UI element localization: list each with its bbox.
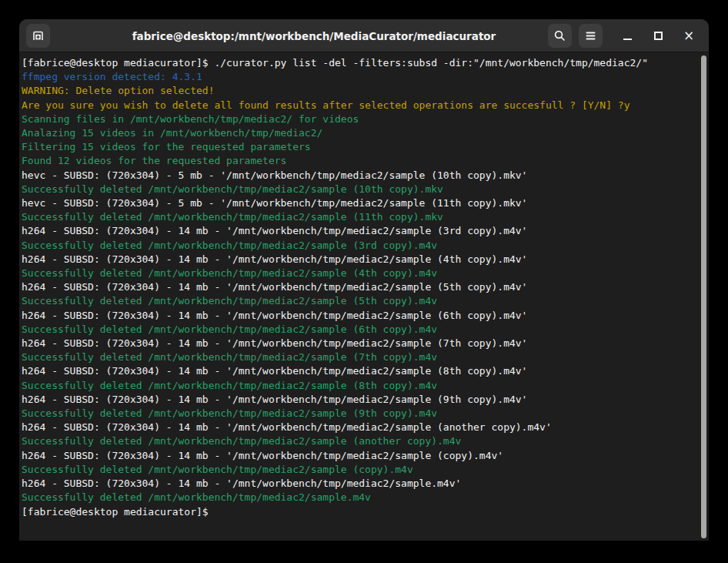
terminal-line: h264 - SUBSD: (720x304) - 14 mb - '/mnt/… [22, 337, 698, 350]
minimize-button[interactable] [616, 24, 639, 48]
terminal-line: Successfully deleted /mnt/workbench/tmp/… [22, 407, 698, 421]
terminal-line: Are you sure you wish to delete all foun… [22, 99, 698, 112]
terminal-screen[interactable]: [fabrice@desktop mediacurator]$ ./curato… [19, 53, 709, 541]
scrollbar-thumb[interactable] [701, 55, 706, 538]
terminal-line: h264 - SUBSD: (720x304) - 14 mb - '/mnt/… [22, 280, 698, 294]
new-tab-button[interactable] [26, 24, 50, 48]
terminal-line: Successfully deleted /mnt/workbench/tmp/… [22, 434, 698, 448]
tab-new-icon [32, 29, 45, 42]
terminal-line: Successfully deleted /mnt/workbench/tmp/… [22, 463, 698, 477]
terminal-line: Found 12 videos for the requested parame… [22, 154, 698, 168]
terminal-line: ffmpeg version detected: 4.3.1 [22, 70, 698, 84]
search-icon [553, 29, 566, 42]
terminal-line: Successfully deleted /mnt/workbench/tmp/… [22, 350, 698, 364]
titlebar[interactable]: fabrice@desktop:/mnt/workbench/MediaCura… [19, 19, 709, 52]
hamburger-menu-icon [585, 31, 596, 41]
menu-button[interactable] [579, 24, 603, 48]
terminal-line: Filtering 15 videos for the requested pa… [22, 140, 698, 154]
terminal-line: Successfully deleted /mnt/workbench/tmp/… [22, 210, 698, 224]
terminal-line: h264 - SUBSD: (720x304) - 14 mb - '/mnt/… [22, 477, 698, 491]
terminal-line: Successfully deleted /mnt/workbench/tmp/… [22, 266, 698, 280]
terminal-line: Analazing 15 videos in /mnt/workbench/tm… [22, 126, 698, 140]
terminal-line: h264 - SUBSD: (720x304) - 14 mb - '/mnt/… [22, 449, 698, 463]
window-title: fabrice@desktop:/mnt/workbench/MediaCura… [112, 19, 516, 52]
terminal-line: [fabrice@desktop mediacurator]$ ./curato… [22, 56, 698, 70]
terminal-line: h264 - SUBSD: (720x304) - 14 mb - '/mnt/… [22, 253, 698, 266]
terminal-line: Successfully deleted /mnt/workbench/tmp/… [22, 323, 698, 337]
maximize-button[interactable] [646, 24, 670, 48]
search-button[interactable] [548, 24, 572, 48]
terminal-line: Successfully deleted /mnt/workbench/tmp/… [22, 239, 698, 253]
close-button[interactable]: × [677, 24, 700, 48]
maximize-icon [654, 32, 663, 40]
terminal-line: h264 - SUBSD: (720x304) - 14 mb - '/mnt/… [22, 393, 698, 407]
terminal-window: fabrice@desktop:/mnt/workbench/MediaCura… [19, 19, 709, 541]
minimize-icon [623, 39, 632, 40]
terminal-line: [fabrice@desktop mediacurator]$ [22, 505, 698, 519]
close-icon: × [683, 29, 694, 42]
terminal-line: Successfully deleted /mnt/workbench/tmp/… [22, 379, 698, 393]
terminal-line: Successfully deleted /mnt/workbench/tmp/… [22, 183, 698, 196]
terminal-line: WARNING: Delete option selected! [22, 84, 698, 98]
terminal-output: [fabrice@desktop mediacurator]$ ./curato… [22, 56, 698, 519]
terminal-line: hevc - SUBSD: (720x304) - 5 mb - '/mnt/w… [22, 196, 698, 210]
terminal-line: h264 - SUBSD: (720x304) - 14 mb - '/mnt/… [22, 421, 698, 434]
terminal-line: h264 - SUBSD: (720x304) - 14 mb - '/mnt/… [22, 224, 698, 238]
terminal-line: h264 - SUBSD: (720x304) - 14 mb - '/mnt/… [22, 309, 698, 323]
terminal-line: h264 - SUBSD: (720x304) - 14 mb - '/mnt/… [22, 364, 698, 378]
terminal-line: hevc - SUBSD: (720x304) - 5 mb - '/mnt/w… [22, 169, 698, 183]
scrollbar [700, 55, 707, 538]
terminal-line: Successfully deleted /mnt/workbench/tmp/… [22, 491, 698, 504]
terminal-line: Successfully deleted /mnt/workbench/tmp/… [22, 294, 698, 308]
terminal-line: Scanning files in /mnt/workbench/tmp/med… [22, 112, 698, 126]
